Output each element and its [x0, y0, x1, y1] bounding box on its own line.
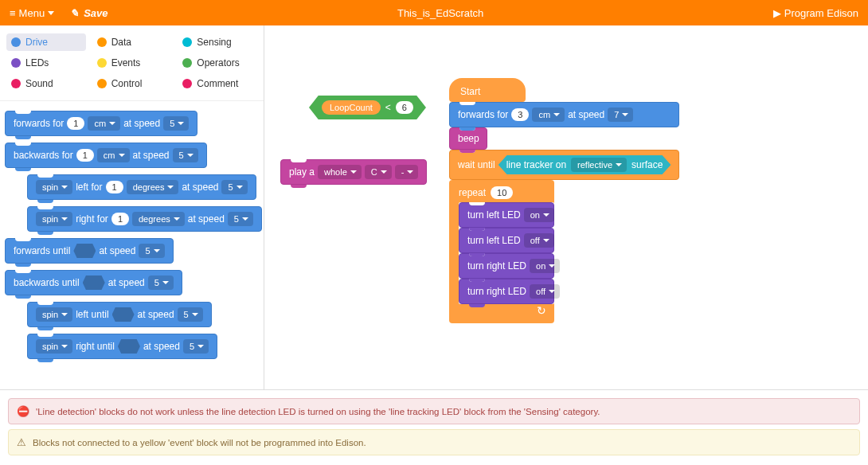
value-input[interactable]: 1	[67, 117, 84, 130]
beep-block[interactable]: beep	[449, 127, 487, 150]
palette-block-spin-left-for[interactable]: spin left for 1 degrees at speed 5	[27, 174, 256, 200]
unit-dropdown[interactable]: cm	[97, 148, 130, 162]
note-dropdown[interactable]: C	[365, 165, 392, 179]
palette-block-forwards-until[interactable]: forwards until at speed 5	[5, 238, 174, 264]
speed-label: at speed	[138, 309, 174, 320]
palette-block-backwards-until[interactable]: backwards until at speed 5	[5, 270, 182, 295]
block-label: forwards until	[14, 245, 70, 256]
speed-dropdown[interactable]: 5	[183, 339, 209, 354]
palette-block-forwards-for[interactable]: forwards for 1 cm at speed 5	[5, 111, 197, 136]
hamburger-icon: ≡	[10, 7, 16, 19]
speed-dropdown[interactable]: 5	[163, 116, 189, 131]
dot-icon	[11, 79, 21, 88]
dot-icon	[97, 37, 107, 47]
state-dropdown[interactable]: off	[524, 233, 554, 248]
workspace[interactable]: LoopCount < 6 play a whole C - Start for…	[264, 25, 868, 389]
spin-dropdown[interactable]: spin	[36, 180, 72, 194]
speed-dropdown[interactable]: 5	[228, 212, 253, 226]
condition-slot[interactable]	[112, 307, 135, 322]
speed-dropdown[interactable]: 5	[148, 275, 174, 290]
dot-icon	[97, 79, 107, 88]
value-input[interactable]: 1	[111, 213, 129, 225]
menu-button[interactable]: ≡ Menu	[10, 7, 54, 19]
unit-dropdown[interactable]: degrees	[127, 180, 179, 194]
workspace-canvas[interactable]: LoopCount < 6 play a whole C - Start for…	[264, 25, 868, 389]
condition-slot[interactable]	[83, 275, 105, 290]
state-dropdown[interactable]: on	[524, 208, 554, 222]
value-input[interactable]: 1	[76, 149, 94, 162]
category-sound[interactable]: Sound	[6, 75, 86, 92]
block-label: turn left LED	[467, 235, 521, 246]
block-label: wait until	[458, 159, 495, 170]
play-note-block[interactable]: play a whole C -	[280, 159, 427, 185]
category-operators[interactable]: Operators	[178, 54, 257, 72]
variable-pill[interactable]: LoopCount	[322, 100, 381, 115]
category-data[interactable]: Data	[92, 33, 172, 51]
condition-slot[interactable]	[73, 244, 96, 258]
start-event-block[interactable]: Start	[449, 78, 526, 102]
condition-slot[interactable]	[118, 339, 140, 354]
category-events[interactable]: Events	[92, 54, 172, 72]
operator-compare-block[interactable]: LoopCount < 6	[309, 96, 426, 119]
speed-label: at speed	[182, 182, 218, 193]
spin-dropdown[interactable]: spin	[36, 212, 72, 226]
speed-dropdown[interactable]: 5	[221, 180, 247, 194]
block-label: beep	[458, 133, 479, 144]
unit-dropdown[interactable]: cm	[532, 107, 565, 122]
value-input[interactable]: 1	[106, 181, 123, 193]
category-comment[interactable]: Comment	[178, 75, 257, 92]
warning-alert: ⚠ Blocks not connected to a yellow 'even…	[8, 429, 860, 455]
speed-dropdown[interactable]: 5	[178, 307, 203, 322]
block-label: forwards for	[458, 109, 508, 120]
palette-block-spin-right-until[interactable]: spin right until at speed 5	[27, 334, 217, 359]
speed-label: at speed	[133, 150, 170, 161]
category-drive[interactable]: Drive	[6, 33, 86, 51]
block-label: turn right LED	[467, 286, 526, 297]
category-label: Operators	[197, 57, 239, 68]
turn-left-led-off-block[interactable]: turn left LED off	[459, 228, 554, 253]
value-input[interactable]: 3	[511, 108, 529, 121]
category-label: Sensing	[197, 37, 231, 48]
state-dropdown[interactable]: on	[530, 259, 560, 273]
block-palette[interactable]: forwards for 1 cm at speed 5 backwards f…	[0, 101, 264, 389]
repeat-count[interactable]: 10	[491, 186, 513, 199]
duration-dropdown[interactable]: whole	[318, 165, 362, 179]
category-control[interactable]: Control	[92, 75, 172, 92]
spin-dropdown[interactable]: spin	[36, 339, 72, 354]
forwards-block[interactable]: forwards for 3 cm at speed 7	[449, 102, 679, 127]
speed-dropdown[interactable]: 5	[139, 244, 164, 258]
repeat-block[interactable]: repeat 10 turn left LED on turn left LED…	[449, 180, 554, 323]
modifier-dropdown[interactable]: -	[395, 165, 419, 179]
category-sensing[interactable]: Sensing	[178, 33, 257, 51]
value-input[interactable]: 6	[396, 101, 413, 114]
spin-dropdown[interactable]: spin	[36, 307, 72, 322]
surface-dropdown[interactable]: reflective	[571, 158, 627, 172]
program-edison-button[interactable]: ▶ Program Edison	[773, 7, 858, 19]
save-button[interactable]: ✎ Save	[70, 7, 108, 19]
speed-dropdown[interactable]: 7	[608, 107, 633, 122]
unit-dropdown[interactable]: degrees	[132, 212, 185, 226]
category-leds[interactable]: LEDs	[6, 54, 86, 72]
turn-right-led-on-block[interactable]: turn right LED on	[459, 253, 554, 279]
speed-label: at speed	[188, 213, 225, 225]
program-stack[interactable]: Start forwards for 3 cm at speed 7 beep …	[449, 78, 679, 323]
category-label: Sound	[25, 78, 53, 89]
palette-block-backwards-for[interactable]: backwards for 1 cm at speed 5	[5, 143, 207, 168]
block-label: forwards for	[14, 118, 64, 129]
wait-until-block[interactable]: wait until line tracker on reflective su…	[449, 150, 679, 180]
dir-label: right for	[76, 213, 108, 225]
speed-dropdown[interactable]: 5	[173, 148, 198, 162]
turn-right-led-off-block[interactable]: turn right LED off	[459, 279, 554, 304]
unit-dropdown[interactable]: cm	[88, 116, 120, 131]
turn-left-led-on-block[interactable]: turn left LED on	[459, 202, 554, 228]
repeat-body: turn left LED on turn left LED off turn …	[459, 202, 554, 304]
category-label: Drive	[25, 37, 48, 48]
palette-block-spin-left-until[interactable]: spin left until at speed 5	[27, 302, 212, 327]
warning-text: Blocks not connected to a yellow 'event'…	[33, 438, 366, 447]
palette-block-spin-right-for[interactable]: spin right for 1 degrees at speed 5	[27, 206, 262, 232]
sensor-post: surface	[631, 159, 663, 170]
speed-label: at speed	[99, 245, 135, 256]
line-tracker-sensor[interactable]: line tracker on reflective surface	[499, 155, 671, 174]
warning-icon: ⚠	[17, 436, 26, 448]
state-dropdown[interactable]: off	[530, 284, 560, 299]
